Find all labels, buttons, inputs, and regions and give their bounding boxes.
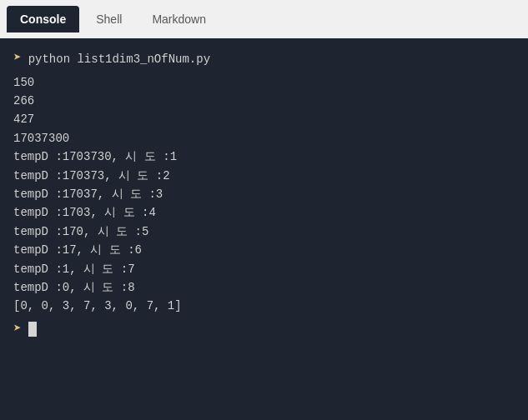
console-area: ➤ python list1dim3_nOfNum.py 150 266 427… bbox=[0, 38, 528, 420]
output-line: 150 bbox=[13, 73, 515, 92]
tab-bar: Console Shell Markdown bbox=[0, 0, 528, 38]
tab-console[interactable]: Console bbox=[7, 6, 79, 32]
output-line: 17037300 bbox=[13, 129, 515, 148]
output-line: tempD :170373, 시 도 :2 bbox=[13, 167, 515, 185]
command-line: ➤ python list1dim3_nOfNum.py bbox=[13, 48, 515, 70]
command-text: python list1dim3_nOfNum.py bbox=[28, 50, 210, 68]
cursor-line[interactable]: ➤ bbox=[13, 319, 515, 341]
output-line: tempD :1703, 시 도 :4 bbox=[13, 203, 515, 222]
output-line: tempD :0, 시 도 :8 bbox=[13, 278, 515, 297]
output-container: 150 266 427 17037300 tempD :1703730, 시 도… bbox=[13, 73, 515, 316]
tab-markdown[interactable]: Markdown bbox=[138, 6, 219, 32]
tab-shell[interactable]: Shell bbox=[83, 6, 135, 32]
output-line: 266 bbox=[13, 92, 515, 110]
output-line: tempD :1703730, 시 도 :1 bbox=[13, 148, 515, 166]
output-line: tempD :170, 시 도 :5 bbox=[13, 222, 515, 241]
output-line: tempD :1, 시 도 :7 bbox=[13, 260, 515, 278]
cursor-block bbox=[28, 322, 37, 337]
prompt-arrow: ➤ bbox=[13, 48, 22, 70]
output-line: 427 bbox=[13, 110, 515, 128]
prompt-arrow-bottom: ➤ bbox=[13, 319, 22, 341]
output-line: tempD :17037, 시 도 :3 bbox=[13, 185, 515, 203]
output-line: tempD :17, 시 도 :6 bbox=[13, 241, 515, 259]
output-line: [0, 0, 3, 7, 3, 0, 7, 1] bbox=[13, 297, 515, 315]
